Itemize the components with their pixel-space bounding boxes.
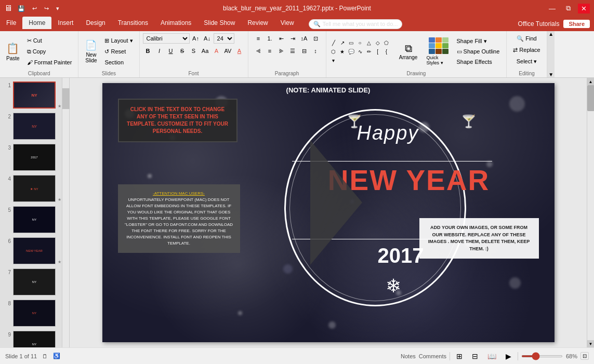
diamond-shape[interactable]: ◇ bbox=[374, 38, 382, 47]
clear-format-button[interactable]: A bbox=[212, 46, 222, 56]
slide-thumb-8[interactable]: 8 NY bbox=[3, 299, 59, 328]
decrease-font-button[interactable]: A↓ bbox=[202, 33, 213, 44]
rect-shape[interactable]: ▭ bbox=[347, 38, 355, 47]
callout-shape[interactable]: 💬 bbox=[347, 47, 355, 56]
pentagon-shape[interactable]: ⬠ bbox=[382, 38, 391, 47]
slide-thumb-1[interactable]: 1 NY ★ bbox=[3, 80, 59, 110]
more-shapes[interactable]: ▾ bbox=[329, 56, 338, 64]
line-shape[interactable]: ╱ bbox=[329, 38, 338, 47]
office-tutorials-link[interactable]: Office Tutorials bbox=[518, 20, 560, 28]
white-info-box[interactable]: ADD YOUR OWN IMAGES, OR SOME FROM OUR WE… bbox=[419, 218, 539, 259]
slide-panel-scrollbar[interactable] bbox=[62, 78, 70, 347]
slide-img-6[interactable]: NEW YEAR bbox=[13, 237, 56, 264]
qat-more-button[interactable]: ▾ bbox=[54, 4, 61, 13]
hexagon-shape[interactable]: ⬡ bbox=[329, 47, 338, 56]
notes-button[interactable]: Notes bbox=[401, 353, 416, 359]
slide-img-1[interactable]: NY bbox=[13, 82, 56, 109]
justify-button[interactable]: ☰ bbox=[287, 46, 298, 56]
numbered-list-button[interactable]: 1. bbox=[265, 33, 275, 44]
paste-button[interactable]: 📋 Paste bbox=[3, 37, 23, 66]
normal-view-button[interactable]: ⊞ bbox=[453, 350, 466, 362]
scroll-up-arrow[interactable]: ▲ bbox=[587, 78, 595, 85]
tab-transitions[interactable]: Transitions bbox=[112, 17, 154, 29]
scroll-down-arrow[interactable]: ▼ bbox=[587, 340, 595, 347]
align-right-button[interactable]: ⫸ bbox=[276, 46, 286, 56]
undo-button[interactable]: ↩ bbox=[30, 4, 39, 13]
fit-slide-button[interactable]: ⊡ bbox=[580, 352, 589, 360]
bold-button[interactable]: B bbox=[143, 46, 153, 56]
shape-fill-button[interactable]: Shape Fill ▾ bbox=[453, 36, 504, 46]
restore-button[interactable]: ⧉ bbox=[563, 3, 574, 14]
columns-button[interactable]: ⊟ bbox=[299, 46, 309, 56]
save-button[interactable]: 💾 bbox=[16, 4, 27, 13]
font-color-button[interactable]: A bbox=[234, 46, 245, 56]
slide-img-2[interactable]: NY bbox=[13, 113, 56, 140]
change-case-button[interactable]: Aa bbox=[200, 46, 210, 56]
tab-slideshow[interactable]: Slide Show bbox=[197, 17, 241, 29]
font-name-select[interactable]: Calibri bbox=[143, 33, 190, 44]
quick-styles-button[interactable]: Quick Styles ▾ bbox=[425, 37, 452, 66]
tab-home[interactable]: Home bbox=[22, 17, 51, 29]
tab-file[interactable]: File bbox=[0, 17, 22, 29]
shape-outline-button[interactable]: ▭ Shape Outline bbox=[453, 47, 504, 57]
ribbon-scroll-down[interactable]: ▼ bbox=[548, 72, 555, 77]
slide-thumb-7[interactable]: 7 NY bbox=[3, 267, 59, 296]
triangle-shape[interactable]: △ bbox=[365, 38, 373, 47]
gray-info-box[interactable]: -ATTENTION MAC USERS- UNFORTUNATELY POWE… bbox=[118, 184, 240, 253]
slide-img-8[interactable]: NY bbox=[13, 300, 56, 327]
increase-indent-button[interactable]: ⇥ bbox=[287, 33, 298, 44]
convert-smartart-button[interactable]: ⊡ bbox=[310, 33, 321, 44]
bracket-shape[interactable]: [ bbox=[374, 47, 382, 56]
close-button[interactable]: ✕ bbox=[578, 4, 590, 14]
slide-canvas[interactable]: (NOTE: ANIMATED SLIDE) Happy 🍸 🍸 NEW YEA… bbox=[102, 83, 555, 342]
minimize-button[interactable]: — bbox=[546, 4, 559, 14]
slide-thumb-6[interactable]: 6 NEW YEAR ★ bbox=[3, 236, 59, 265]
tab-insert[interactable]: Insert bbox=[51, 17, 80, 29]
slide-sorter-button[interactable]: ⊟ bbox=[469, 350, 481, 362]
increase-font-button[interactable]: A↑ bbox=[191, 33, 201, 44]
freeform-shape[interactable]: ✏ bbox=[365, 47, 373, 56]
line-spacing-button[interactable]: ↕ bbox=[310, 46, 321, 56]
arrange-button[interactable]: ⧉ Arrange bbox=[393, 37, 424, 66]
align-center-button[interactable]: ≡ bbox=[265, 46, 275, 56]
tell-me-bar[interactable]: 🔍 Tell me what you want to do... bbox=[300, 17, 514, 31]
tab-animations[interactable]: Animations bbox=[154, 17, 197, 29]
slide-thumb-5[interactable]: 5 NY bbox=[3, 205, 59, 234]
oval-shape[interactable]: ○ bbox=[356, 38, 364, 47]
italic-button[interactable]: I bbox=[154, 46, 165, 56]
format-painter-button[interactable]: 🖌 Format Painter bbox=[24, 57, 75, 68]
red-instruction-box[interactable]: CLICK IN THE TEXT BOX TO CHANGE ANY OF T… bbox=[118, 99, 237, 142]
slideshow-view-button[interactable]: ▶ bbox=[503, 350, 514, 362]
slide-thumb-4[interactable]: 4 ★ NY ★ bbox=[3, 174, 59, 203]
zoom-slider[interactable] bbox=[521, 355, 563, 357]
reading-view-button[interactable]: 📖 bbox=[484, 350, 499, 362]
tab-design[interactable]: Design bbox=[80, 17, 111, 29]
cut-button[interactable]: ✂ Cut bbox=[24, 35, 75, 46]
bullet-button[interactable]: ≡ bbox=[253, 33, 263, 44]
shape-effects-button[interactable]: Shape Effects bbox=[453, 57, 504, 66]
slide-thumb-2[interactable]: 2 NY bbox=[3, 112, 59, 141]
section-button[interactable]: Section bbox=[101, 57, 136, 68]
scroll-track[interactable] bbox=[587, 85, 595, 340]
slide-img-3[interactable]: 2017 bbox=[13, 144, 56, 171]
text-direction-button[interactable]: ↕A bbox=[299, 33, 309, 44]
select-button[interactable]: Select ▾ bbox=[513, 56, 540, 66]
slide-thumb-3[interactable]: 3 2017 bbox=[3, 143, 59, 172]
reset-button[interactable]: ↺ Reset bbox=[101, 46, 136, 57]
slide-thumb-9[interactable]: 9 NY bbox=[3, 330, 59, 347]
layout-button[interactable]: ⊞ Layout ▾ bbox=[101, 35, 136, 46]
slide-img-9[interactable]: NY bbox=[13, 331, 56, 347]
slide-img-7[interactable]: NY bbox=[13, 268, 56, 295]
align-left-button[interactable]: ⫷ bbox=[253, 46, 263, 56]
brace-shape[interactable]: { bbox=[382, 47, 391, 56]
char-spacing-button[interactable]: AV bbox=[223, 46, 233, 56]
scroll-handle[interactable] bbox=[587, 85, 595, 111]
arrow-shape[interactable]: ↗ bbox=[338, 38, 347, 47]
new-slide-button[interactable]: 📄 NewSlide bbox=[82, 37, 100, 66]
share-button[interactable]: Share bbox=[563, 20, 590, 28]
shadow-button[interactable]: S bbox=[189, 46, 199, 56]
star-shape[interactable]: ★ bbox=[338, 47, 347, 56]
copy-button[interactable]: ⧉ Copy bbox=[24, 46, 75, 57]
ribbon-scroll-up[interactable]: ▲ bbox=[548, 31, 555, 37]
font-size-select[interactable]: 24 bbox=[214, 33, 234, 44]
